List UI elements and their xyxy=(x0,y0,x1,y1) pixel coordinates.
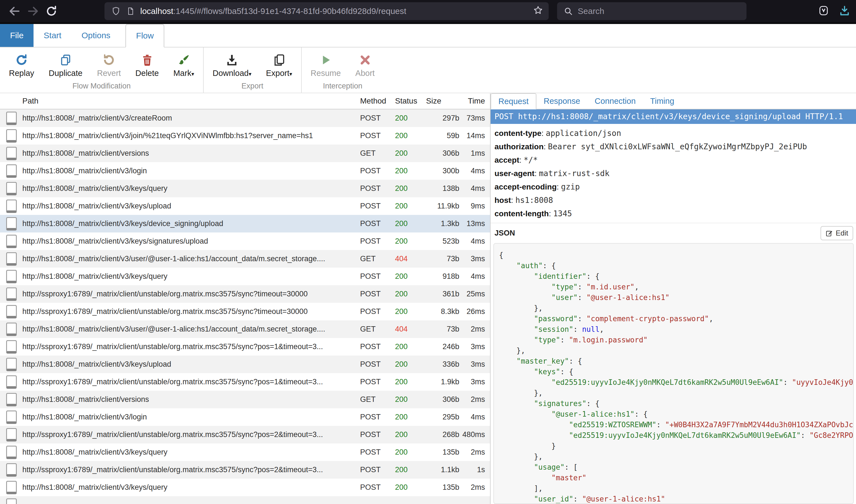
page-info-icon[interactable] xyxy=(126,6,135,16)
toolbar-group-interception: ResumeAbortInterception xyxy=(302,48,383,93)
flow-type-icon xyxy=(6,305,17,319)
forward-button[interactable] xyxy=(26,4,40,18)
request-first-line[interactable]: POST http://hs1:8008/_matrix/client/v3/k… xyxy=(491,109,856,124)
header-line[interactable]: content-length: 1345 xyxy=(495,207,856,220)
column-header-path[interactable]: Path xyxy=(22,96,360,106)
flow-row[interactable]: http://hs1:8008/_matrix/client/v3/keys/q… xyxy=(0,444,490,461)
flow-row[interactable]: http://hs1:8008/_matrix/client/v3/user/@… xyxy=(0,320,490,338)
reload-button[interactable] xyxy=(44,4,59,18)
download-icon xyxy=(225,53,238,67)
flow-row[interactable]: http://hs1:8008/_matrix/client/v3/keys/q… xyxy=(0,180,490,197)
flow-row[interactable]: http://hs1:8008/_matrix/client/v3/keys/u… xyxy=(0,197,490,215)
detail-tab-connection[interactable]: Connection xyxy=(587,93,643,109)
header-line[interactable]: host: hs1:8008 xyxy=(495,194,856,207)
column-header-size[interactable]: Size xyxy=(424,96,459,106)
flow-row[interactable]: http://ssproxy1:6789/_matrix/client/unst… xyxy=(0,303,490,320)
flow-row[interactable]: http://ssproxy1:6789/_matrix/client/unst… xyxy=(0,285,490,303)
flow-row[interactable]: http://hs1:8008/_matrix/client/v3/loginP… xyxy=(0,408,490,426)
header-line[interactable]: authorization: Bearer syt_dXNlci0xLWFsaW… xyxy=(495,140,856,154)
revert-button[interactable]: Revert xyxy=(90,51,128,79)
column-header-status[interactable]: Status xyxy=(395,96,424,106)
header-line[interactable]: content-type: application/json xyxy=(495,127,856,140)
back-button[interactable] xyxy=(7,4,22,18)
header-line[interactable]: user-agent: matrix-rust-sdk xyxy=(495,167,856,180)
flow-status: 200 xyxy=(395,413,424,421)
json-token: "@user-1-alice:hs1" xyxy=(586,293,669,302)
flow-status: 200 xyxy=(395,360,424,368)
json-token: "ed25519:uyyvIoJe4Kjy0nMKQeL7dt6kamRK2w5… xyxy=(551,378,783,386)
flow-row[interactable]: http://hs1:8008/_matrix/client/versionsG… xyxy=(0,145,490,162)
flow-row[interactable]: http://hs1:8008/_matrix/client/v3/keys/q… xyxy=(0,479,490,496)
header-value: 1345 xyxy=(553,209,572,218)
header-line[interactable]: accept-encoding: gzip xyxy=(495,180,856,194)
abort-button-label: Abort xyxy=(355,69,375,78)
flow-path: http://hs1:8008/_matrix/client/v3/user/@… xyxy=(22,254,360,263)
detail-tab-response[interactable]: Response xyxy=(536,93,587,109)
detail-tab-request[interactable]: Request xyxy=(491,93,536,109)
menu-item-options[interactable]: Options xyxy=(71,24,120,47)
edit-body-button[interactable]: Edit xyxy=(821,226,853,240)
export-button-label: Export▾ xyxy=(266,69,292,78)
flow-row[interactable]: http://hs1:8008/_matrix/client/versionsG… xyxy=(0,391,490,408)
flow-row[interactable]: http://hs1:8008/_matrix/client/v3/loginP… xyxy=(0,162,490,180)
dropdown-caret-icon: ▾ xyxy=(249,71,252,77)
flow-row[interactable]: http://hs1:8008/_matrix/client/v3/keys/q… xyxy=(0,268,490,285)
browser-search-bar[interactable]: Search xyxy=(557,2,747,20)
abort-button[interactable]: Abort xyxy=(348,51,382,79)
url-bar[interactable]: localhost:1445/#/flows/fba5f13d-91e1-437… xyxy=(104,2,549,20)
flow-method: POST xyxy=(360,413,395,421)
flow-row[interactable]: http://hs1:8008/_matrix/client/v3/user/@… xyxy=(0,250,490,268)
downloads-button[interactable] xyxy=(839,4,851,18)
flow-row[interactable]: http://ssproxy1:6789/_matrix/client/unst… xyxy=(0,373,490,391)
flow-size: 59b xyxy=(424,131,459,140)
flow-row[interactable]: http://ssproxy1:6789/_matrix/client/unst… xyxy=(0,426,490,444)
menu-item-flow[interactable]: Flow xyxy=(125,24,164,48)
json-token: "+W0B4H3X2a7A9F7YmbM2V44du3h0H1O34ZXaPOv… xyxy=(665,420,854,429)
json-token: : { xyxy=(634,410,648,418)
menu-item-file[interactable]: File xyxy=(0,24,34,47)
header-name: user-agent xyxy=(495,169,534,178)
json-token: "password" xyxy=(534,314,578,323)
duplicate-button[interactable]: Duplicate xyxy=(41,51,90,79)
flow-type-icon xyxy=(6,147,17,160)
flow-row[interactable]: http://ssproxy1:6789/_matrix/client/unst… xyxy=(0,338,490,356)
menu-bar: FileStartOptionsFlow xyxy=(0,24,856,48)
json-body-view[interactable]: {"auth": {"identifier": {"type": "m.id.u… xyxy=(493,243,854,504)
flow-size: 918b xyxy=(424,272,459,281)
flow-row[interactable] xyxy=(0,496,490,504)
flow-row[interactable]: http://hs1:8008/_matrix/client/v3/join/%… xyxy=(0,127,490,145)
flow-size: 246b xyxy=(424,342,459,351)
header-value: application/json xyxy=(546,129,621,138)
flow-size: 295b xyxy=(424,413,459,421)
json-token: : { xyxy=(586,272,600,281)
column-header-method[interactable]: Method xyxy=(360,96,395,106)
flow-type-icon xyxy=(6,446,17,459)
flow-row[interactable]: http://hs1:8008/_matrix/client/v3/keys/u… xyxy=(0,356,490,373)
export-button[interactable]: Export▾ xyxy=(259,51,299,79)
column-header-time[interactable]: Time xyxy=(459,96,490,106)
header-value: matrix-rust-sdk xyxy=(539,169,610,178)
flow-row[interactable]: http://ssproxy1:6789/_matrix/client/unst… xyxy=(0,461,490,479)
flow-row[interactable]: http://hs1:8008/_matrix/client/v3/keys/s… xyxy=(0,232,490,250)
json-token: : { xyxy=(560,367,573,376)
flow-row[interactable]: http://hs1:8008/_matrix/client/v3/create… xyxy=(0,109,490,127)
delete-button[interactable]: Delete xyxy=(128,51,166,79)
flow-row[interactable]: http://hs1:8008/_matrix/client/v3/keys/d… xyxy=(0,215,490,232)
header-line[interactable]: accept: */* xyxy=(495,154,856,167)
download-button[interactable]: Download▾ xyxy=(205,51,259,79)
resume-button[interactable]: Resume xyxy=(303,51,348,79)
flow-list-panel: PathMethodStatusSizeTime http://hs1:8008… xyxy=(0,93,491,504)
detail-tab-timing[interactable]: Timing xyxy=(643,93,681,109)
bookmark-star-button[interactable] xyxy=(533,5,543,17)
flow-time: 9ms xyxy=(459,202,490,211)
flow-status: 200 xyxy=(395,448,424,456)
flow-type-icon xyxy=(6,164,17,178)
header-name: accept xyxy=(495,156,519,164)
extension-button[interactable] xyxy=(818,4,829,18)
mark-button[interactable]: Mark▾ xyxy=(166,51,202,79)
flow-method: GET xyxy=(360,325,395,334)
flow-type-icon xyxy=(6,287,17,301)
flow-path: http://hs1:8008/_matrix/client/v3/create… xyxy=(22,114,360,123)
replay-button[interactable]: Replay xyxy=(2,51,41,79)
menu-item-start[interactable]: Start xyxy=(34,24,71,47)
